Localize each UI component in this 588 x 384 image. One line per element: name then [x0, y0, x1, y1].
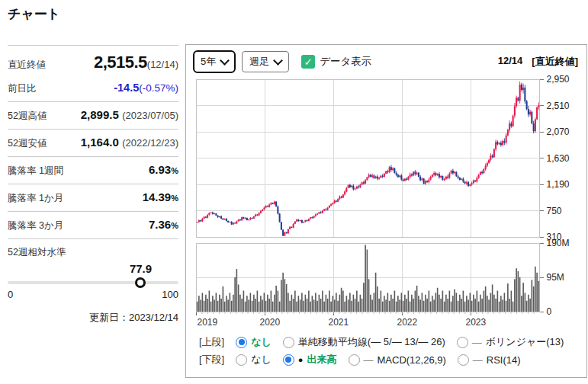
line-sample-icon: — [473, 354, 483, 366]
last-close-date: (12/14) [147, 59, 178, 70]
svg-text:190M: 190M [547, 238, 570, 248]
last-close-value: 2,515.5 [94, 53, 147, 72]
high-date: (2023/07/05) [122, 110, 178, 121]
svg-text:2,950: 2,950 [547, 74, 570, 85]
radio-icon [236, 337, 247, 348]
slider-max-label: 100 [162, 289, 178, 300]
radio-icon [283, 337, 294, 348]
svg-text:2020: 2020 [260, 317, 281, 328]
upper-option-none[interactable]: なし [236, 335, 272, 349]
radio-icon [458, 354, 469, 366]
summary-row-change-1w: 騰落率 1週間 6.93% [8, 157, 178, 184]
lower-option-volume[interactable]: ● 出来高 [283, 353, 337, 366]
svg-text:2023: 2023 [466, 317, 487, 328]
low-value: 1,164.0 [81, 136, 119, 149]
summary-row-52w-low: 52週安値 1,164.0 (2022/12/23) [8, 130, 178, 157]
lower-option-none[interactable]: なし [236, 353, 272, 366]
volume-sample-icon: ● [298, 355, 304, 364]
change-percent: (-0.57%) [139, 82, 178, 94]
row-label: 前日比 [8, 82, 37, 95]
svg-text:0: 0 [547, 306, 552, 317]
lower-option-rsi[interactable]: — RSI(14) [458, 354, 521, 366]
row-label: 52週高値 [8, 110, 47, 123]
chart-panel: 5年 週足 ✓ データ表示 12/14 [直近終値] 2,9502,5102,0… [185, 44, 587, 378]
price-volume-chart: 2,9502,5102,0701,6301,190750310190M95M02… [186, 45, 585, 376]
svg-text:2022: 2022 [397, 317, 418, 328]
row-label: 52週安値 [8, 137, 47, 150]
row-label: 直近終値 [8, 59, 46, 72]
summary-row-52w-high: 52週高値 2,899.5 (2023/07/05) [8, 102, 178, 130]
lower-indicator-row: [下段] なし ● 出来高 — MACD(12,26,9) — RSI(14) [199, 353, 564, 366]
relative-level-label: 52週相対水準 [8, 239, 178, 261]
indicator-controls: [上段] なし 単純移動平均線(— 5/— 13/— 26) — ボリンジャー(… [199, 335, 564, 366]
line-sample-icon: — [472, 337, 482, 348]
lower-group-label: [下段] [199, 353, 224, 366]
radio-icon [283, 354, 294, 366]
slider-value: 77.9 [130, 262, 152, 275]
svg-text:2,070: 2,070 [547, 126, 570, 137]
high-value: 2,899.5 [81, 108, 119, 121]
page-title: チャート [8, 5, 60, 23]
svg-text:750: 750 [547, 206, 562, 216]
radio-icon [457, 337, 468, 348]
slider-knob[interactable] [135, 277, 146, 288]
upper-indicator-row: [上段] なし 単純移動平均線(— 5/— 13/— 26) — ボリンジャー(… [199, 335, 564, 349]
slider-min-label: 0 [8, 289, 13, 300]
svg-text:2,510: 2,510 [547, 101, 570, 111]
upper-option-bollinger[interactable]: — ボリンジャー(13) [457, 335, 564, 349]
change-value: -14.5 [114, 82, 139, 94]
row-label: 騰落率 3か月 [8, 219, 63, 232]
radio-icon [349, 354, 360, 366]
svg-text:1,190: 1,190 [547, 179, 570, 190]
summary-row-change: 前日比 -14.5(-0.57%) [8, 75, 178, 102]
summary-panel: 直近終値 2,515.5(12/14) 前日比 -14.5(-0.57%) 52… [8, 45, 178, 325]
line-sample-icon: — [364, 354, 374, 366]
summary-row-change-3m: 騰落率 3か月 7.36% [8, 212, 178, 239]
row-label: 騰落率 1週間 [8, 165, 63, 178]
summary-row-change-1m: 騰落率 1か月 14.39% [8, 184, 178, 212]
lower-option-macd[interactable]: — MACD(12,26,9) [349, 354, 446, 366]
svg-text:1,630: 1,630 [547, 153, 570, 164]
upper-option-sma[interactable]: 単純移動平均線(— 5/— 13/— 26) [283, 335, 445, 349]
svg-text:2019: 2019 [198, 317, 218, 328]
row-label: 騰落率 1か月 [8, 192, 63, 205]
relative-level-slider: 77.9 0 100 [8, 262, 178, 300]
svg-text:95M: 95M [547, 272, 564, 283]
svg-text:2021: 2021 [329, 317, 349, 328]
summary-row-last-close: 直近終値 2,515.5(12/14) [8, 46, 178, 75]
radio-icon [236, 354, 247, 366]
slider-track[interactable] [8, 281, 178, 284]
updated-date: 更新日：2023/12/14 [8, 311, 178, 325]
upper-group-label: [上段] [199, 335, 224, 349]
low-date: (2022/12/23) [122, 137, 178, 149]
